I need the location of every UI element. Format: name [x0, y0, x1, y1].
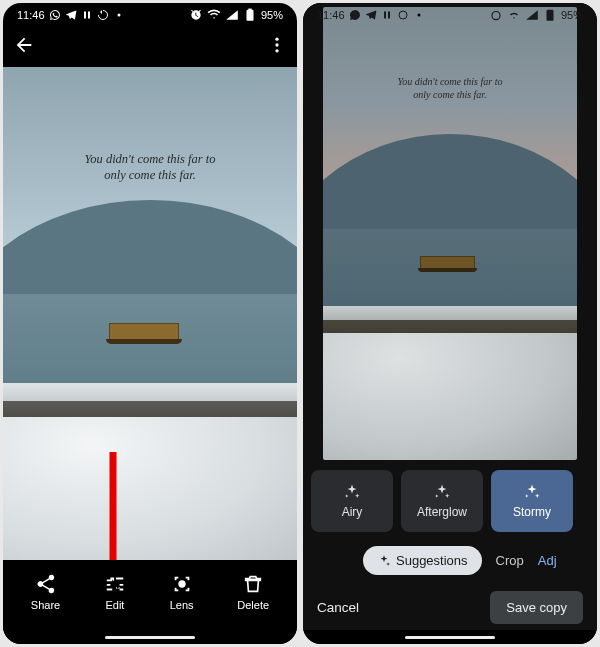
telegram-icon — [65, 9, 77, 21]
status-bar: 11:46 95% — [303, 3, 597, 27]
circle-arrow-icon — [397, 9, 409, 21]
svg-point-7 — [178, 580, 185, 587]
battery-text: 95% — [261, 9, 283, 21]
category-label: Suggestions — [396, 553, 468, 568]
app-bar — [3, 27, 297, 67]
phone-view-left: 11:46 95% — [3, 3, 297, 644]
filter-stormy[interactable]: Stormy — [491, 470, 573, 532]
lens-label: Lens — [170, 599, 194, 611]
photo-viewer[interactable]: You didn't come this far to only come th… — [3, 67, 297, 560]
nav-handle[interactable] — [303, 630, 597, 644]
circle-arrow-icon — [97, 9, 109, 21]
share-button[interactable]: Share — [31, 573, 60, 611]
wifi-icon — [207, 9, 221, 21]
sparkle-icon — [343, 483, 361, 501]
status-bar: 11:46 95% — [3, 3, 297, 27]
filter-label: Stormy — [513, 505, 551, 519]
alarm-icon — [189, 9, 203, 21]
dot-icon — [413, 9, 425, 21]
signal-icon — [225, 9, 239, 21]
overflow-menu-button[interactable] — [267, 35, 287, 59]
alarm-icon — [489, 9, 503, 21]
svg-rect-1 — [246, 10, 253, 21]
photo-quote-text: You didn't come this far to only come th… — [3, 151, 297, 184]
photo-content: You didn't come this far to only come th… — [323, 7, 577, 460]
battery-icon — [543, 9, 557, 21]
lens-icon — [171, 573, 193, 595]
wifi-icon — [507, 9, 521, 21]
svg-rect-2 — [248, 9, 252, 11]
edit-button[interactable]: Edit — [104, 573, 126, 611]
pause-icon — [81, 9, 93, 21]
edit-icon — [104, 573, 126, 595]
svg-point-5 — [275, 49, 278, 52]
filter-strip[interactable]: Airy Afterglow Stormy — [303, 460, 597, 540]
svg-point-9 — [417, 14, 420, 17]
edit-label: Edit — [105, 599, 124, 611]
photo-editor: 11:46 95% — [303, 3, 597, 630]
category-adjust[interactable]: Adj — [538, 553, 557, 568]
svg-point-4 — [275, 43, 278, 46]
category-suggestions[interactable]: Suggestions — [363, 546, 482, 575]
svg-point-10 — [492, 12, 500, 20]
battery-text: 95% — [561, 9, 583, 21]
share-label: Share — [31, 599, 60, 611]
filter-airy[interactable]: Airy — [311, 470, 393, 532]
photo-content: You didn't come this far to only come th… — [3, 67, 297, 560]
filter-label: Airy — [342, 505, 363, 519]
editor-footer: Cancel Save copy — [303, 585, 597, 630]
share-icon — [35, 573, 57, 595]
back-button[interactable] — [13, 34, 35, 60]
cancel-button[interactable]: Cancel — [317, 600, 359, 615]
svg-rect-11 — [546, 10, 553, 21]
dot-icon — [113, 9, 125, 21]
whatsapp-icon — [49, 9, 61, 21]
sparkle-icon — [523, 483, 541, 501]
svg-point-0 — [117, 14, 120, 17]
delete-label: Delete — [237, 599, 269, 611]
save-copy-button[interactable]: Save copy — [490, 591, 583, 624]
phone-view-right: 11:46 95% — [303, 3, 597, 644]
lens-button[interactable]: Lens — [170, 573, 194, 611]
sparkle-icon — [377, 554, 391, 568]
delete-button[interactable]: Delete — [237, 573, 269, 611]
pause-icon — [381, 9, 393, 21]
telegram-icon — [365, 9, 377, 21]
delete-icon — [242, 573, 264, 595]
bottom-action-bar: Share Edit Lens Delete — [3, 560, 297, 630]
nav-handle[interactable] — [3, 630, 297, 644]
sparkle-icon — [433, 483, 451, 501]
filter-afterglow[interactable]: Afterglow — [401, 470, 483, 532]
battery-icon — [243, 9, 257, 21]
whatsapp-icon — [349, 9, 361, 21]
status-time: 11:46 — [317, 9, 345, 21]
filter-label: Afterglow — [417, 505, 467, 519]
signal-icon — [525, 9, 539, 21]
status-time: 11:46 — [17, 9, 45, 21]
category-crop[interactable]: Crop — [496, 553, 524, 568]
svg-point-3 — [275, 38, 278, 41]
editor-category-row[interactable]: Suggestions Crop Adj — [303, 540, 597, 585]
photo-quote-text: You didn't come this far to only come th… — [323, 75, 577, 101]
editor-preview[interactable]: You didn't come this far to only come th… — [323, 7, 577, 460]
svg-point-8 — [399, 11, 407, 19]
